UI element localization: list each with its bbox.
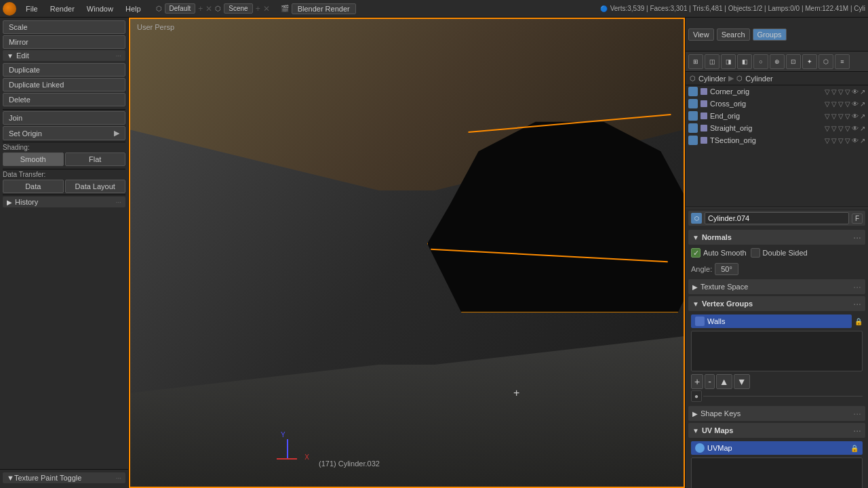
toolbar-icon-9[interactable]: ⬡ — [818, 54, 833, 69]
toolbar-icon-8[interactable]: ✦ — [802, 54, 817, 69]
texture-space-header[interactable]: ▶ Texture Space ··· — [688, 279, 865, 294]
top-stats: 🔵 Verts:3,539 | Faces:3,301 | Tris:6,481… — [600, 5, 865, 12]
corner-tri-1: ▽ — [825, 88, 830, 96]
straight-tri-2: ▽ — [831, 125, 837, 132]
corner-vis-icons: ▽ ▽ ▽ ▽ 👁 ↗ — [825, 88, 865, 96]
outliner-section: Corner_orig ▽ ▽ ▽ ▽ 👁 ↗ Cross_orig — [686, 85, 868, 207]
shape-keys-label: Shape Keys — [701, 409, 741, 418]
shading-row: Smooth Flat — [3, 152, 125, 166]
menu-window[interactable]: Window — [83, 3, 117, 14]
auto-smooth-checkbox[interactable]: ✓ — [691, 248, 701, 258]
history-label: History — [15, 198, 38, 206]
toolbar-icon-2[interactable]: ◫ — [705, 54, 719, 69]
top-menu: File Render Window Help — [22, 3, 145, 14]
outliner-row-corner[interactable]: Corner_orig ▽ ▽ ▽ ▽ 👁 ↗ — [686, 85, 868, 98]
uvmap-name: UVMap — [707, 444, 848, 452]
menu-help[interactable]: Help — [121, 3, 145, 14]
vg-add-btn[interactable]: + — [691, 374, 703, 389]
nav-search-btn[interactable]: Search — [717, 28, 750, 41]
walls-vertex-group[interactable]: Walls — [691, 314, 852, 328]
end-eye: 👁 — [852, 113, 859, 120]
vg-remove-btn[interactable]: - — [705, 374, 715, 389]
outliner-list: Corner_orig ▽ ▽ ▽ ▽ 👁 ↗ Cross_orig — [686, 85, 868, 207]
end-tri-1: ▽ — [825, 113, 830, 120]
set-origin-button[interactable]: Set Origin ▶ — [3, 126, 125, 140]
toolbar-icon-10[interactable]: ≡ — [835, 54, 850, 69]
scene-name-btn[interactable]: Scene — [224, 3, 252, 14]
tsection-tri-1: ▽ — [825, 137, 830, 144]
viewport-cursor: + — [513, 387, 519, 399]
flat-button[interactable]: Flat — [65, 152, 126, 166]
auto-smooth-item[interactable]: ✓ Auto Smooth — [691, 248, 747, 258]
uvmap-item[interactable]: UVMap 🔒 — [691, 441, 863, 455]
toolbar-icon-3[interactable]: ◨ — [721, 54, 736, 69]
breadcrumb-cylinder2: Cylinder — [745, 75, 772, 83]
vertex-groups-header[interactable]: ▼ Vertex Groups ··· — [688, 296, 865, 311]
data-layout-button[interactable]: Data Layout — [65, 180, 126, 193]
scale-button[interactable]: Scale — [3, 20, 125, 34]
props-panel: ⬡ F ▼ Normals ··· ✓ Auto Smooth — [686, 208, 868, 488]
corner-tri-3: ▽ — [838, 88, 844, 96]
tsection-eye: 👁 — [852, 137, 859, 144]
vg-lock-icon: 🔒 — [854, 318, 863, 325]
fake-user-badge[interactable]: F — [852, 214, 863, 224]
object-name-input[interactable] — [705, 212, 849, 224]
normals-title: Normals — [702, 233, 853, 241]
blender-logo — [3, 2, 16, 16]
texture-space-dots: ··· — [853, 281, 861, 292]
smooth-button[interactable]: Smooth — [3, 152, 64, 166]
uvmap-lock-icon: 🔒 — [850, 445, 859, 452]
corner-eye: 👁 — [852, 88, 859, 96]
cross-tri-4: ▽ — [845, 100, 850, 108]
toolbar-icon-1[interactable]: ⊞ — [688, 54, 703, 69]
uv-maps-section: ▼ UV Maps ··· UVMap 🔒 + - ▲ ▼ — [688, 423, 865, 488]
tsection-tri-3: ▽ — [838, 137, 844, 144]
menu-file[interactable]: File — [22, 3, 42, 14]
shape-keys-header[interactable]: ▶ Shape Keys ··· — [688, 406, 865, 421]
normals-section-header[interactable]: ▼ Normals ··· — [688, 230, 865, 245]
duplicate-linked-button[interactable]: Duplicate Linked — [3, 78, 125, 92]
normals-dots: ··· — [853, 232, 861, 243]
cross-orig-icon — [688, 99, 698, 108]
outliner-row-cross[interactable]: Cross_orig ▽ ▽ ▽ ▽ 👁 ↗ — [686, 98, 868, 110]
separator-2 — [3, 142, 125, 142]
tsection-tri-2: ▽ — [831, 137, 837, 144]
texture-paint-header[interactable]: ▼ Texture Paint Toggle ··· — [3, 472, 125, 483]
y-axis-label: Y — [281, 431, 285, 439]
mirror-button[interactable]: Mirror — [3, 35, 125, 49]
tsection-tri-4: ▽ — [845, 137, 850, 144]
menu-render[interactable]: Render — [46, 3, 79, 14]
angle-value-btn[interactable]: 50° — [715, 263, 738, 275]
viewport-label: User Persp — [137, 23, 174, 31]
layout-name-btn[interactable]: Default — [165, 3, 196, 14]
vg-up-btn[interactable]: ▲ — [716, 374, 732, 389]
duplicate-button[interactable]: Duplicate — [3, 63, 125, 77]
toolbar-icon-4[interactable]: ◧ — [737, 54, 752, 69]
data-button[interactable]: Data — [3, 180, 64, 193]
vg-down-btn[interactable]: ▼ — [734, 374, 750, 389]
outliner-row-tsection[interactable]: TSection_orig ▽ ▽ ▽ ▽ 👁 ↗ — [686, 134, 868, 146]
toolbar-icon-5[interactable]: ○ — [753, 54, 768, 69]
normals-section: ▼ Normals ··· ✓ Auto Smooth Double Sided — [688, 230, 865, 277]
nav-view-btn[interactable]: View — [688, 28, 714, 41]
object-name-row: ⬡ F — [688, 211, 865, 226]
corner-orig-mesh-icon — [701, 88, 707, 95]
toolbar-icon-7[interactable]: ⊡ — [786, 54, 801, 69]
edit-section-header[interactable]: ▼ Edit ··· — [3, 50, 125, 61]
double-sided-checkbox[interactable] — [751, 248, 760, 258]
render-engine-btn[interactable]: Blender Render — [292, 3, 356, 14]
delete-button[interactable]: Delete — [3, 93, 125, 106]
uv-maps-header[interactable]: ▼ UV Maps ··· — [688, 423, 865, 438]
outliner-row-straight[interactable]: Straight_orig ▽ ▽ ▽ ▽ 👁 ↗ — [686, 122, 868, 134]
uv-dots: ··· — [853, 425, 861, 436]
nav-groups-btn[interactable]: Groups — [753, 28, 787, 41]
vg-arrow-icon: ▼ — [692, 300, 699, 308]
double-sided-item[interactable]: Double Sided — [751, 248, 808, 258]
join-button[interactable]: Join — [3, 111, 125, 125]
vertex-groups-content: Walls 🔒 + - ▲ ▼ ● — [688, 313, 865, 403]
outliner-row-end[interactable]: End_orig ▽ ▽ ▽ ▽ 👁 ↗ — [686, 110, 868, 122]
tsection-orig-mesh-icon — [701, 137, 707, 144]
history-section-header[interactable]: ▶ History ··· — [3, 197, 125, 207]
toolbar-icon-6[interactable]: ⊕ — [770, 54, 785, 69]
viewport[interactable]: User Persp + X Y (171) Cylinder.032 — [129, 18, 685, 488]
